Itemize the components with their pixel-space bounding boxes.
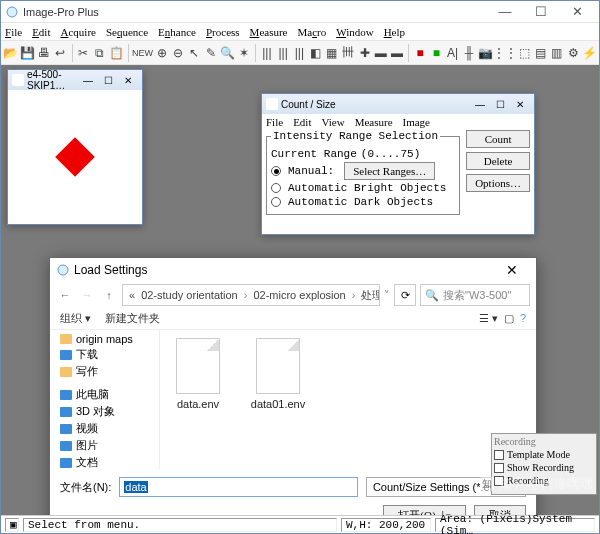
wand-icon[interactable]: ✎ [203,43,217,63]
preview-icon[interactable]: ▢ [504,312,514,325]
cs-menu-edit[interactable]: Edit [293,116,311,128]
layers-icon[interactable]: ▤ [533,43,547,63]
file-item[interactable]: data01.env [248,338,308,410]
cs-close-button[interactable]: ✕ [510,99,530,110]
image-titlebar[interactable]: e4-500-SKIP1… —☐✕ [8,70,142,90]
template-mode-checkbox[interactable]: Template Mode [494,449,594,460]
cursor-icon[interactable]: ↖ [187,43,201,63]
copy-icon[interactable]: ⧉ [93,43,107,63]
cs-menu-image[interactable]: Image [403,116,430,128]
tree-item[interactable]: 视频 [50,420,159,437]
cs-menu-file[interactable]: File [266,116,283,128]
save-icon[interactable]: 💾 [20,43,35,63]
tree-item[interactable]: 图片 [50,437,159,454]
refresh-button[interactable]: ⟳ [394,284,416,306]
organize-button[interactable]: 组织 ▾ [60,311,91,326]
countsize-titlebar[interactable]: Count / Size —☐✕ [262,94,534,114]
open-button[interactable]: 打开(O)│▾ [383,505,466,515]
auto-dark-row[interactable]: Automatic Dark Objects [271,196,455,208]
tree-item[interactable]: 下载 [50,346,159,363]
minimize-button[interactable]: — [487,1,523,23]
info-icon[interactable]: ✶ [237,43,251,63]
measure1-icon[interactable]: 卌 [341,43,355,63]
magnify-icon[interactable]: 🔍 [220,43,235,63]
hist2-icon[interactable]: ||| [276,43,290,63]
crumb-0[interactable]: 02-study orientation [141,289,238,301]
menu-macro[interactable]: Macro [297,26,326,38]
menu-file[interactable]: File [5,26,22,38]
ld-close-button[interactable]: ✕ [494,262,530,278]
manual-row[interactable]: Manual: Select Ranges… [271,162,455,180]
show-recording-checkbox[interactable]: Show Recording [494,462,594,473]
newfolder-button[interactable]: 新建文件夹 [105,311,160,326]
cut-icon[interactable]: ✂ [76,43,90,63]
grid-icon[interactable]: ▦ [325,43,339,63]
green-icon[interactable]: ■ [429,43,443,63]
ld-titlebar[interactable]: Load Settings ✕ [50,258,536,282]
view-icon[interactable]: ☰ ▾ [479,312,498,325]
tree-item[interactable]: 3D 对象 [50,403,159,420]
maximize-button[interactable]: ☐ [523,1,559,23]
menu-process[interactable]: Process [206,26,240,38]
ruler-icon[interactable]: ╫ [462,43,476,63]
select-ranges-button[interactable]: Select Ranges… [344,162,435,180]
red-icon[interactable]: ■ [413,43,427,63]
filename-input[interactable]: data [119,477,358,497]
tree-item[interactable]: origin maps [50,332,159,346]
close-button[interactable]: ✕ [559,1,595,23]
revert-icon[interactable]: ↩ [53,43,67,63]
menu-window[interactable]: Window [336,26,373,38]
cancel-button[interactable]: 取消 [474,505,526,515]
nav-back-button[interactable]: ← [56,286,74,304]
cs-min-button[interactable]: — [470,99,490,110]
tool-icon[interactable]: NEW [133,43,153,63]
cs-menu-view[interactable]: View [321,116,344,128]
menu-measure[interactable]: Measure [250,26,288,38]
camera-icon[interactable]: 📷 [478,43,493,63]
delete-button[interactable]: Delete [466,152,530,170]
chart-icon[interactable]: ▥ [550,43,564,63]
menu-enhance[interactable]: Enhance [158,26,196,38]
image-close-button[interactable]: ✕ [118,75,138,86]
folder-tree[interactable]: origin maps下载写作此电脑3D 对象视频图片文档下载音乐桌面本地磁盘 … [50,330,160,469]
count-button[interactable]: Count [466,130,530,148]
crumb-1[interactable]: 02-micro explosion [253,289,345,301]
help-icon[interactable]: ? [520,312,526,325]
cube-icon[interactable]: ⬚ [517,43,531,63]
file-item[interactable]: data.env [168,338,228,410]
menu-acquire[interactable]: Acquire [60,26,95,38]
nav-up-button[interactable]: ↑ [100,286,118,304]
tree-item[interactable]: 此电脑 [50,386,159,403]
palette-icon[interactable]: ▬ [374,43,388,63]
manual-radio[interactable] [271,166,281,176]
menu-help[interactable]: Help [384,26,405,38]
crumb-2[interactable]: 处理后的图像 [361,288,380,303]
paste-icon[interactable]: 📋 [109,43,124,63]
auto-bright-row[interactable]: Automatic Bright Objects [271,182,455,194]
image-min-button[interactable]: — [78,75,98,86]
cs-menu-measure[interactable]: Measure [355,116,393,128]
file-list[interactable]: data.envdata01.env [160,330,536,469]
measure2-icon[interactable]: ✚ [357,43,371,63]
recording-checkbox[interactable]: Recording [494,475,594,486]
auto-dark-radio[interactable] [271,197,281,207]
print-icon[interactable]: 🖶 [37,43,51,63]
breadcrumb[interactable]: « 02-study orientation› 02-micro explosi… [122,284,380,306]
hist1-icon[interactable]: ||| [260,43,274,63]
auto-bright-radio[interactable] [271,183,281,193]
hist3-icon[interactable]: ||| [292,43,306,63]
zoomout-icon[interactable]: ⊖ [171,43,185,63]
bolt-icon[interactable]: ⚡ [582,43,597,63]
zoom-icon[interactable]: ⊕ [155,43,169,63]
open-icon[interactable]: 📂 [3,43,18,63]
image-max-button[interactable]: ☐ [98,75,118,86]
menu-sequence[interactable]: Sequence [106,26,148,38]
palette2-icon[interactable]: ▬ [390,43,404,63]
options-button[interactable]: Options… [466,174,530,192]
nav-fwd-button[interactable]: → [78,286,96,304]
gear-icon[interactable]: ⚙ [566,43,580,63]
search-input[interactable]: 🔍 搜索"W3-500" [420,284,530,306]
dots-icon[interactable]: ⋮⋮ [495,43,515,63]
contrast-icon[interactable]: ◧ [309,43,323,63]
text-icon[interactable]: A| [446,43,460,63]
